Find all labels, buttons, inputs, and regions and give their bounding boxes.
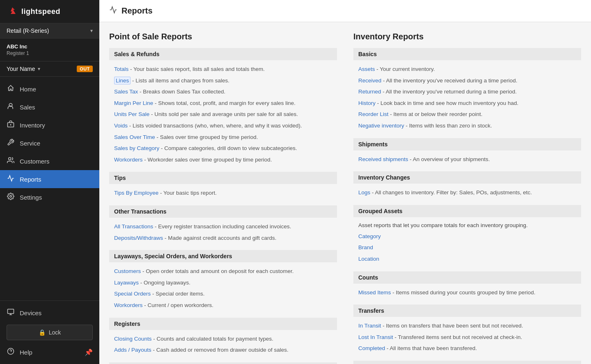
- account-info: ABC Inc Register 1: [0, 39, 99, 61]
- pin-icon: 📌: [85, 348, 93, 356]
- svg-point-5: [10, 196, 12, 198]
- lock-button[interactable]: 🔒 Lock: [7, 325, 93, 340]
- link-logs[interactable]: Logs: [358, 189, 370, 196]
- report-returned: Returned - All the inventory you've retu…: [353, 86, 581, 98]
- group-other-transactions: Other Transactions All Transactions - Ev…: [109, 205, 337, 243]
- report-in-transit: In Transit - Items on transfers that hav…: [353, 320, 581, 332]
- link-margin-per-line[interactable]: Margin Per Line: [114, 100, 153, 106]
- sidebar-item-sales[interactable]: Sales: [0, 98, 99, 116]
- sidebar-item-reports[interactable]: Reports: [0, 170, 99, 188]
- link-completed[interactable]: Completed: [358, 345, 385, 351]
- pos-section-title: Point of Sale Reports: [109, 32, 337, 41]
- group-counts: Counts Missed Items - Items missed durin…: [353, 271, 581, 298]
- svg-point-4: [9, 157, 11, 160]
- link-workorders[interactable]: Workorders: [114, 302, 143, 308]
- link-voids[interactable]: Voids: [114, 123, 128, 129]
- group-sales-refunds: Sales & Refunds Totals - Your basic sale…: [109, 48, 337, 165]
- svg-rect-6: [8, 309, 14, 314]
- report-received-shipments: Received shipments - An overview of your…: [353, 154, 581, 165]
- link-lines[interactable]: Lines: [114, 77, 131, 84]
- link-location[interactable]: Location: [358, 256, 379, 262]
- sidebar-item-inventory[interactable]: Inventory: [0, 116, 99, 134]
- sidebar-item-home-label: Home: [20, 86, 36, 93]
- link-adds-payouts[interactable]: Adds / Payouts: [114, 347, 151, 353]
- logo-text: lightspeed: [21, 7, 60, 16]
- link-closing-counts[interactable]: Closing Counts: [114, 336, 152, 342]
- group-header-sales-refunds: Sales & Refunds: [109, 48, 337, 60]
- sidebar-item-inventory-label: Inventory: [20, 122, 45, 129]
- link-sales-by-category[interactable]: Sales by Category: [114, 145, 159, 151]
- sidebar-item-home[interactable]: Home: [0, 80, 99, 98]
- report-received-inv: Received - All the inventory you've rece…: [353, 75, 581, 86]
- link-sales-tax[interactable]: Sales Tax: [114, 89, 138, 95]
- help-icon: [7, 348, 15, 357]
- report-negative-inventory: Negative inventory - Items with less tha…: [353, 120, 581, 132]
- link-received-shipments[interactable]: Received shipments: [358, 156, 408, 162]
- report-layaways: Layaways - Ongoing layaways.: [109, 277, 337, 289]
- service-icon: [7, 139, 15, 148]
- link-customers[interactable]: Customers: [114, 268, 141, 274]
- report-deposits-withdraws: Deposits/Withdraws - Made against credit…: [109, 232, 337, 244]
- link-assets[interactable]: Assets: [358, 66, 375, 72]
- report-missed-items: Missed Items - Items missed during your …: [353, 287, 581, 298]
- logo-area: lightspeed: [0, 0, 99, 23]
- group-basics: Basics Assets - Your current inventory. …: [353, 48, 581, 132]
- link-missed-items[interactable]: Missed Items: [358, 289, 391, 296]
- page-header: Reports: [99, 0, 591, 22]
- link-category[interactable]: Category: [358, 233, 381, 239]
- link-in-transit[interactable]: In Transit: [358, 323, 381, 329]
- report-units-per-sale: Units Per Sale - Units sold per sale and…: [109, 109, 337, 120]
- sidebar-item-devices[interactable]: Devices: [0, 304, 99, 321]
- link-layaways[interactable]: Layaways: [114, 280, 139, 286]
- inventory-section-title: Inventory Reports: [353, 32, 581, 41]
- report-sales-tax: Sales Tax - Breaks down Sales Tax collec…: [109, 86, 337, 98]
- group-grouped-assets: Grouped Assets Asset reports that let yo…: [353, 205, 581, 265]
- link-reorder-list[interactable]: Reorder List: [358, 111, 389, 117]
- report-closing-counts: Closing Counts - Counts and calculated t…: [109, 333, 337, 345]
- devices-icon: [7, 308, 15, 317]
- sidebar-item-service[interactable]: Service: [0, 134, 99, 152]
- sidebar-item-customers-label: Customers: [20, 158, 50, 165]
- report-sales-by-category: Sales by Category - Compare categories, …: [109, 143, 337, 154]
- sidebar: lightspeed Retail (R-Series) ▾ ABC Inc R…: [0, 0, 99, 364]
- report-history: History - Look back in time and see how …: [353, 98, 581, 109]
- link-brand[interactable]: Brand: [358, 244, 373, 250]
- report-tips-by-employee: Tips By Employee - Your basic tips repor…: [109, 187, 337, 199]
- link-special-orders[interactable]: Special Orders: [114, 291, 151, 297]
- user-name-button[interactable]: Your Name ▾: [7, 66, 40, 72]
- link-sales-over-time[interactable]: Sales Over Time: [114, 134, 155, 140]
- link-totals[interactable]: Totals: [114, 66, 128, 72]
- link-workorders-sales[interactable]: Workorders: [114, 157, 143, 163]
- link-deposits-withdraws[interactable]: Deposits/Withdraws: [114, 235, 163, 241]
- sidebar-item-settings[interactable]: Settings: [0, 188, 99, 206]
- link-history[interactable]: History: [358, 100, 376, 106]
- link-returned[interactable]: Returned: [358, 89, 381, 95]
- report-brand: Brand: [353, 242, 581, 253]
- group-header-grouped-assets: Grouped Assets: [353, 205, 581, 217]
- sidebar-item-help[interactable]: Help 📌: [0, 344, 99, 361]
- link-units-per-sale[interactable]: Units Per Sale: [114, 111, 149, 117]
- report-voids: Voids - Lists voided transactions (who, …: [109, 120, 337, 132]
- group-tips: Tips Tips By Employee - Your basic tips …: [109, 172, 337, 199]
- link-all-transactions[interactable]: All Transactions: [114, 223, 153, 230]
- sidebar-nav: Home Sales Inventory Service Customers: [0, 77, 99, 300]
- link-tips-by-employee[interactable]: Tips By Employee: [114, 190, 158, 196]
- sidebar-item-customers[interactable]: Customers: [0, 152, 99, 170]
- report-reorder-list: Reorder List - Items at or below their r…: [353, 109, 581, 120]
- link-received-inv[interactable]: Received: [358, 77, 381, 84]
- report-special-orders: Special Orders - Special order items.: [109, 288, 337, 300]
- home-icon: [7, 84, 15, 93]
- report-margin-per-line: Margin Per Line - Shows total, cost, pro…: [109, 98, 337, 109]
- sidebar-item-reports-label: Reports: [20, 176, 41, 183]
- lock-icon: 🔒: [39, 329, 46, 336]
- group-header-counts: Counts: [353, 271, 581, 284]
- group-shipments: Shipments Received shipments - An overvi…: [353, 138, 581, 165]
- group-header-other-reports: Other Reports: [353, 361, 581, 364]
- report-adds-payouts: Adds / Payouts - Cash added or removed f…: [109, 344, 337, 356]
- report-lost-in-transit: Lost In Transit - Transfered items sent …: [353, 332, 581, 343]
- link-lost-in-transit[interactable]: Lost In Transit: [358, 334, 393, 340]
- link-negative-inventory[interactable]: Negative inventory: [358, 123, 404, 129]
- inventory-icon: [7, 121, 15, 130]
- sidebar-bottom: Devices 🔒 Lock Help 📌: [0, 300, 99, 364]
- store-selector[interactable]: Retail (R-Series) ▾: [0, 23, 99, 39]
